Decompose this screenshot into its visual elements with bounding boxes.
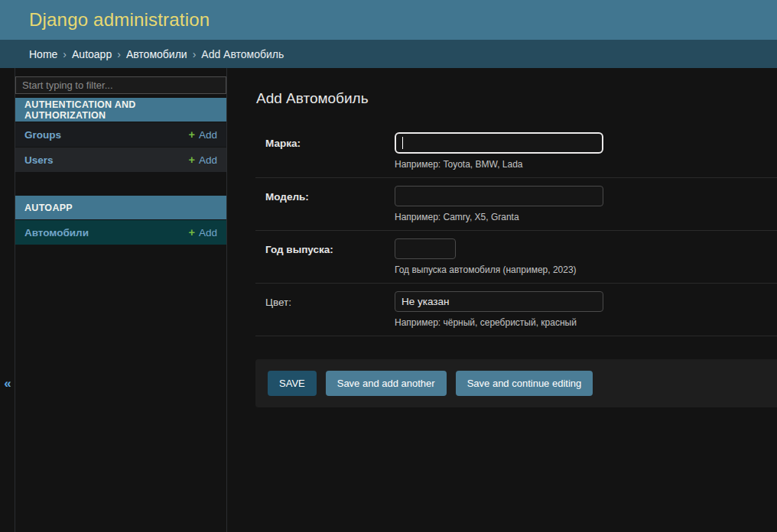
model-help-text: Например: Camry, X5, Granta — [395, 212, 777, 222]
sidebar-toggle-column: « — [0, 68, 15, 532]
header: Django administration — [0, 0, 777, 40]
breadcrumb-separator: › — [193, 48, 197, 60]
breadcrumb-current: Add Автомобиль — [201, 48, 284, 60]
year-help-text: Год выпуска автомобиля (например, 2023) — [395, 264, 777, 275]
sidebar-item-groups[interactable]: Groups +Add — [15, 122, 226, 147]
save-and-add-another-button[interactable]: Save and add another — [326, 371, 447, 396]
add-plus-icon: + — [189, 128, 195, 141]
model-input[interactable] — [395, 186, 603, 206]
form-row-color: Цвет: Например: чёрный, серебристый, кра… — [255, 284, 777, 336]
module-caption-autoapp: AUTOAPP — [15, 196, 226, 219]
main-content: Add Автомобиль Марка: Например: Toyota, … — [227, 68, 777, 532]
year-input[interactable] — [395, 238, 456, 259]
add-plus-icon: + — [189, 226, 195, 238]
breadcrumb-separator: › — [117, 48, 121, 60]
color-help-text: Например: чёрный, серебристый, красный — [395, 317, 777, 328]
form-row-year: Год выпуска: Год выпуска автомобиля (нап… — [255, 231, 777, 284]
color-label: Цвет: — [265, 291, 395, 308]
marka-label: Марка: — [265, 132, 395, 149]
users-link[interactable]: Users — [24, 154, 54, 166]
groups-link[interactable]: Groups — [24, 129, 61, 141]
add-users-link[interactable]: +Add — [189, 154, 218, 166]
sidebar-filter-input[interactable] — [15, 76, 226, 94]
breadcrumb-separator: › — [63, 48, 67, 60]
django-admin-page: Django administration Home › Autoapp › А… — [0, 0, 777, 532]
module-caption-auth: AUTHENTICATION AND AUTHORIZATION — [15, 98, 226, 122]
breadcrumb-autoapp[interactable]: Autoapp — [72, 48, 112, 60]
model-label: Модель: — [265, 186, 395, 203]
add-label: Add — [199, 227, 217, 238]
content-area: « AUTHENTICATION AND AUTHORIZATION Group… — [0, 68, 777, 532]
add-avtomobili-link[interactable]: +Add — [189, 226, 218, 238]
add-label: Add — [199, 154, 217, 166]
form-row-model: Модель: Например: Camry, X5, Granta — [255, 178, 777, 231]
add-label: Add — [199, 129, 217, 141]
sidebar-item-avtomobili[interactable]: Автомобили +Add — [15, 219, 226, 245]
breadcrumb: Home › Autoapp › Автомобили › Add Автомо… — [0, 40, 777, 68]
year-label: Год выпуска: — [265, 238, 395, 255]
sidebar-module-auth: AUTHENTICATION AND AUTHORIZATION Groups … — [15, 98, 226, 172]
color-input[interactable] — [395, 291, 603, 312]
nav-sidebar: AUTHENTICATION AND AUTHORIZATION Groups … — [15, 68, 227, 532]
breadcrumb-avtomobili[interactable]: Автомобили — [126, 48, 187, 60]
avtomobili-link[interactable]: Автомобили — [24, 227, 89, 238]
save-button[interactable]: SAVE — [268, 371, 317, 396]
add-plus-icon: + — [189, 154, 195, 166]
marka-help-text: Например: Toyota, BMW, Lada — [395, 159, 777, 170]
text-caret — [402, 137, 403, 149]
sidebar-module-autoapp: AUTOAPP Автомобили +Add — [15, 196, 226, 245]
add-groups-link[interactable]: +Add — [189, 128, 218, 141]
save-and-continue-editing-button[interactable]: Save and continue editing — [456, 371, 593, 396]
sidebar-item-users[interactable]: Users +Add — [15, 147, 226, 172]
marka-input[interactable] — [395, 132, 603, 154]
change-form: Марка: Например: Toyota, BMW, Lada Модел… — [227, 125, 777, 407]
submit-row: SAVE Save and add another Save and conti… — [255, 359, 777, 407]
collapse-sidebar-icon[interactable]: « — [0, 375, 15, 393]
breadcrumb-home[interactable]: Home — [29, 48, 57, 60]
site-title[interactable]: Django administration — [29, 9, 210, 31]
form-row-marka: Марка: Например: Toyota, BMW, Lada — [255, 125, 777, 178]
page-title: Add Автомобиль — [256, 90, 777, 107]
